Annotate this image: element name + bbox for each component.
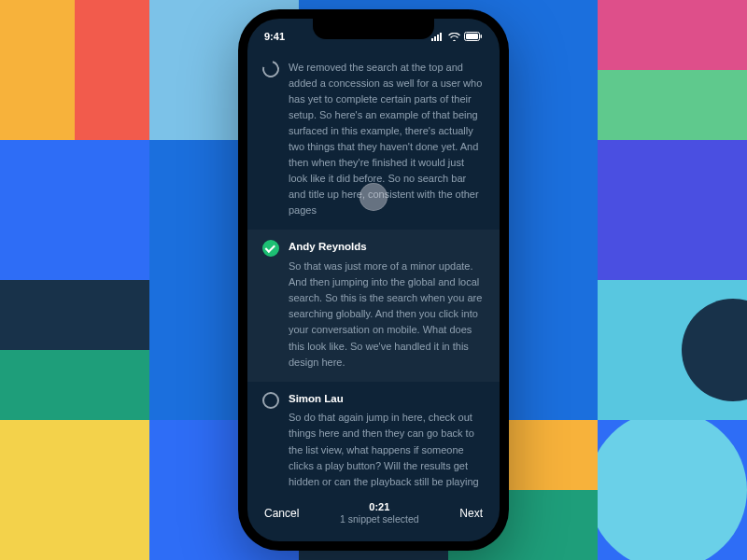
snippet-text: So that was just more of a minor update.… <box>289 259 485 370</box>
next-button[interactable]: Next <box>459 507 483 520</box>
touch-cursor <box>359 183 388 211</box>
snippet-item[interactable]: Andy ReynoldsSo that was just more of a … <box>247 230 500 381</box>
snippet-content: Andy ReynoldsSo that was just more of a … <box>289 239 485 370</box>
snippet-list[interactable]: We removed the search at the top and add… <box>247 50 500 493</box>
svg-rect-3 <box>440 33 442 41</box>
bottom-bar: Cancel 0:21 1 snippet selected Next <box>247 493 500 541</box>
checkmark-icon[interactable] <box>262 240 279 257</box>
status-time: 9:41 <box>264 31 285 42</box>
radio-icon[interactable] <box>260 58 283 81</box>
footer-status: 0:21 1 snippet selected <box>340 500 419 526</box>
cancel-button[interactable]: Cancel <box>264 507 299 520</box>
svg-rect-5 <box>466 34 478 39</box>
snippet-content: Simon LauSo do that again jump in here, … <box>289 391 485 493</box>
status-indicators <box>431 32 483 41</box>
phone-notch <box>313 19 434 39</box>
svg-rect-2 <box>437 35 439 41</box>
speaker-name: Simon Lau <box>289 391 485 408</box>
wifi-icon <box>448 33 460 41</box>
battery-icon <box>464 32 483 41</box>
selection-count: 1 snippet selected <box>340 513 419 526</box>
signal-icon <box>431 33 444 41</box>
svg-rect-0 <box>431 38 433 41</box>
snippet-text: So do that again jump in here, check out… <box>289 410 485 493</box>
radio-icon[interactable] <box>262 392 279 409</box>
screen-content: We removed the search at the top and add… <box>247 19 500 541</box>
speaker-name: Andy Reynolds <box>289 239 485 256</box>
svg-rect-6 <box>481 35 483 38</box>
svg-rect-1 <box>434 36 436 41</box>
phone-screen: 9:41 We removed the search at the top an… <box>247 19 500 541</box>
phone-frame: 9:41 We removed the search at the top an… <box>238 9 509 551</box>
selection-duration: 0:21 <box>340 500 419 513</box>
snippet-item[interactable]: Simon LauSo do that again jump in here, … <box>247 382 500 493</box>
